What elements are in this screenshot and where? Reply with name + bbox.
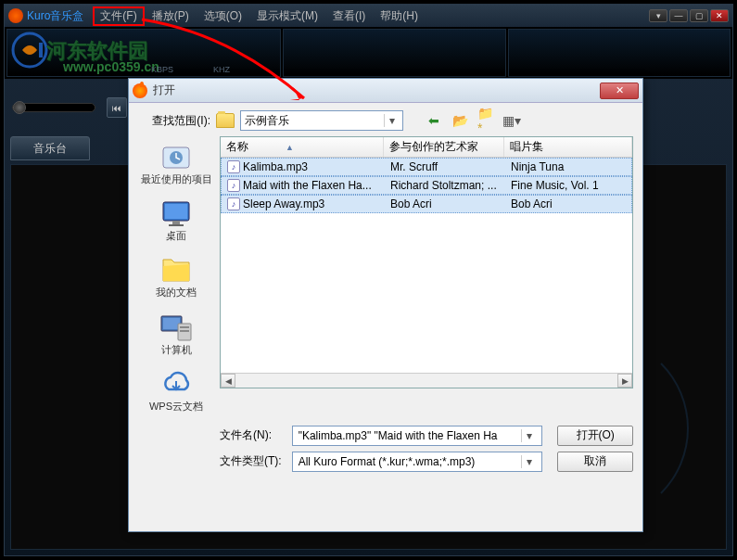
dialog-close-button[interactable]: ✕ <box>600 83 639 99</box>
audio-file-icon: ♪ <box>227 160 240 173</box>
up-folder-icon[interactable]: 📂 <box>451 112 468 129</box>
file-artist: Bob Acri <box>385 197 505 210</box>
place-desktop-label: 桌面 <box>166 230 186 242</box>
svg-rect-12 <box>180 330 189 332</box>
list-header: 名称▲ 参与创作的艺术家 唱片集 <box>221 137 632 158</box>
dialog-title: 打开 <box>153 83 175 98</box>
scroll-right-icon[interactable]: ▶ <box>617 374 632 388</box>
svg-rect-9 <box>163 318 180 329</box>
view-menu-icon[interactable]: ▦▾ <box>503 112 520 129</box>
horizontal-scrollbar[interactable]: ◀ ▶ <box>221 373 632 388</box>
maximize-button[interactable]: ▢ <box>690 9 708 22</box>
filename-input[interactable]: "Kalimba.mp3" "Maid with the Flaxen Ha ▾ <box>292 426 543 446</box>
menu-viewmode[interactable]: 显示模式(M) <box>249 6 325 26</box>
seek-bar[interactable] <box>12 103 95 112</box>
mid-display <box>283 29 506 77</box>
chevron-down-icon[interactable]: ▾ <box>521 429 536 442</box>
cloud-icon <box>159 369 193 399</box>
dialog-body: 查找范围(I): 示例音乐 ▾ ⬅ 📂 📁* ▦▾ 最近使用的项目 <box>129 103 642 485</box>
khz-label: KHZ <box>213 65 230 74</box>
col-name-label: 名称 <box>226 139 248 155</box>
file-row[interactable]: ♪Maid with the Flaxen Ha... Richard Stol… <box>221 176 632 195</box>
filetype-value: All Kuro Format (*.kur;*.wma;*.mp3) <box>299 455 476 468</box>
place-desktop[interactable]: 桌面 <box>138 195 214 246</box>
window-controls: ▾ — ▢ ✕ <box>649 9 729 22</box>
place-computer[interactable]: 计算机 <box>138 309 214 360</box>
dialog-titlebar[interactable]: 打开 ✕ <box>129 79 642 103</box>
file-album: Fine Music, Vol. 1 <box>505 179 631 192</box>
bottom-rows: 文件名(N): "Kalimba.mp3" "Maid with the Fla… <box>220 426 633 472</box>
nav-toolbar: ⬅ 📂 📁* ▦▾ <box>426 112 520 129</box>
chevron-down-icon[interactable]: ▾ <box>384 114 399 127</box>
svg-rect-1 <box>39 43 43 57</box>
tray-button[interactable]: ▾ <box>649 9 667 22</box>
filename-row: 文件名(N): "Kalimba.mp3" "Maid with the Fla… <box>220 426 633 446</box>
filetype-combo[interactable]: All Kuro Format (*.kur;*.wma;*.mp3) ▾ <box>292 452 543 472</box>
filetype-label: 文件类型(T): <box>220 453 285 469</box>
menu-file[interactable]: 文件(F) <box>93 6 144 26</box>
close-button[interactable]: ✕ <box>710 9 729 22</box>
svg-rect-5 <box>165 204 187 219</box>
app-title: Kuro音乐盒 <box>27 8 83 24</box>
col-artist[interactable]: 参与创作的艺术家 <box>384 137 504 157</box>
desktop-icon <box>159 198 193 228</box>
back-icon[interactable]: ⬅ <box>426 112 442 129</box>
menu-options[interactable]: 选项(O) <box>197 6 249 26</box>
titlebar: Kuro音乐盒 文件(F) 播放(P) 选项(O) 显示模式(M) 查看(I) … <box>5 5 732 27</box>
scroll-track[interactable] <box>235 374 617 388</box>
chevron-down-icon[interactable]: ▾ <box>521 455 536 468</box>
col-album[interactable]: 唱片集 <box>504 137 632 157</box>
file-album: Ninja Tuna <box>505 160 631 173</box>
open-button[interactable]: 打开(O) <box>557 426 633 446</box>
place-wpscloud[interactable]: WPS云文档 <box>138 365 214 416</box>
scroll-left-icon[interactable]: ◀ <box>221 374 235 388</box>
lookin-row: 查找范围(I): 示例音乐 ▾ ⬅ 📂 📁* ▦▾ <box>138 110 633 131</box>
seek-thumb[interactable] <box>13 101 26 114</box>
menu-play[interactable]: 播放(P) <box>145 6 197 26</box>
place-computer-label: 计算机 <box>161 344 192 356</box>
right-display <box>508 29 731 77</box>
svg-rect-6 <box>172 221 180 224</box>
col-name[interactable]: 名称▲ <box>221 137 384 157</box>
display-area: 河东软件园 www.pc0359.cn KBPS KHZ <box>5 27 732 79</box>
places-bar: 最近使用的项目 桌面 我的文档 计算机 WPS云文档 <box>138 136 214 416</box>
menu-view[interactable]: 查看(I) <box>325 6 373 26</box>
left-display: 河东软件园 www.pc0359.cn KBPS KHZ <box>6 29 281 77</box>
filename-value: "Kalimba.mp3" "Maid with the Flaxen Ha <box>299 429 498 442</box>
watermark-url: www.pc0359.cn <box>63 59 159 74</box>
open-dialog: 打开 ✕ 查找范围(I): 示例音乐 ▾ ⬅ 📂 📁* ▦▾ 最近使用的项目 <box>128 78 643 532</box>
new-folder-icon[interactable]: 📁* <box>477 112 494 129</box>
tab-music[interactable]: 音乐台 <box>10 136 90 160</box>
file-artist: Mr. Scruff <box>385 160 505 173</box>
app-icon <box>8 8 23 23</box>
folder-icon <box>216 113 235 128</box>
svg-rect-11 <box>180 326 189 328</box>
file-row[interactable]: ♪Sleep Away.mp3 Bob Acri Bob Acri <box>221 195 632 213</box>
lookin-combo[interactable]: 示例音乐 ▾ <box>240 110 403 131</box>
file-artist: Richard Stoltzman; ... <box>385 179 505 192</box>
minimize-button[interactable]: — <box>669 9 688 22</box>
cancel-button[interactable]: 取消 <box>557 452 633 472</box>
file-name: Maid with the Flaxen Ha... <box>243 179 372 192</box>
place-documents-label: 我的文档 <box>156 286 197 299</box>
kbps-label: KBPS <box>151 65 173 74</box>
prev-button[interactable]: ⏮ <box>107 97 127 118</box>
place-wpscloud-label: WPS云文档 <box>149 401 203 413</box>
audio-file-icon: ♪ <box>227 197 240 210</box>
file-list: 名称▲ 参与创作的艺术家 唱片集 ♪Kalimba.mp3 Mr. Scruff… <box>220 136 633 388</box>
file-row[interactable]: ♪Kalimba.mp3 Mr. Scruff Ninja Tuna <box>221 158 632 176</box>
file-name: Sleep Away.mp3 <box>243 197 324 210</box>
file-name: Kalimba.mp3 <box>243 160 308 173</box>
dialog-fire-icon <box>133 83 147 98</box>
documents-icon <box>159 255 193 285</box>
filename-label: 文件名(N): <box>220 427 285 443</box>
place-recent[interactable]: 最近使用的项目 <box>138 138 214 189</box>
dialog-main: 最近使用的项目 桌面 我的文档 计算机 WPS云文档 <box>138 136 633 416</box>
list-rows: ♪Kalimba.mp3 Mr. Scruff Ninja Tuna ♪Maid… <box>221 158 632 373</box>
recent-icon <box>159 142 193 172</box>
place-documents[interactable]: 我的文档 <box>138 251 214 302</box>
filetype-row: 文件类型(T): All Kuro Format (*.kur;*.wma;*.… <box>220 452 633 472</box>
computer-icon <box>159 312 193 342</box>
file-album: Bob Acri <box>505 197 631 210</box>
menu-help[interactable]: 帮助(H) <box>373 6 426 26</box>
